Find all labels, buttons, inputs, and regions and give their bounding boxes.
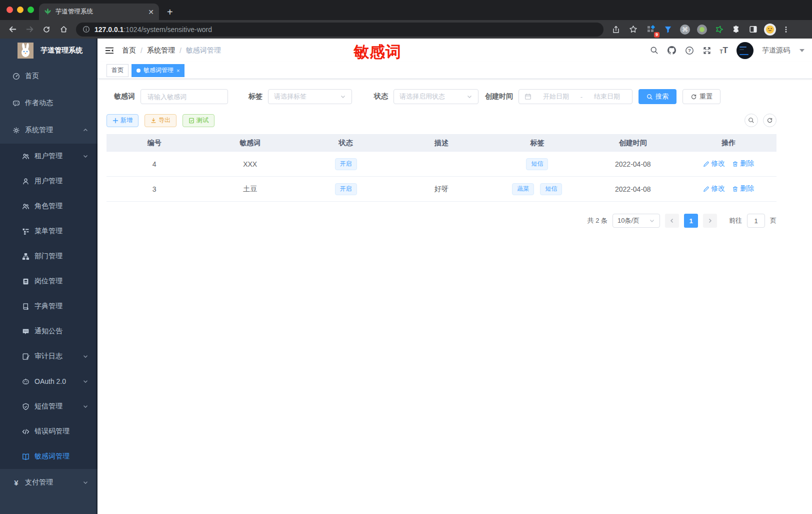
- sidebar-fold-icon[interactable]: [105, 46, 114, 55]
- sidebar-item-label: 首页: [25, 72, 39, 81]
- edit-link[interactable]: 修改: [703, 159, 725, 168]
- status-select[interactable]: 请选择启用状态: [394, 89, 478, 104]
- breadcrumb-home[interactable]: 首页: [122, 46, 136, 55]
- date-start-placeholder: 开始日期: [536, 92, 576, 101]
- maximize-window-button[interactable]: [28, 7, 34, 13]
- table-row: 3 土豆 开启 好呀 蔬菜短信 2022-04-08 修改 删除: [106, 177, 776, 202]
- keyword-input[interactable]: [146, 93, 222, 101]
- forward-icon[interactable]: [22, 23, 37, 37]
- prev-page-button[interactable]: [665, 214, 679, 228]
- browser-tab[interactable]: 芋道管理系统 ✕: [39, 4, 159, 20]
- tag-close-icon[interactable]: ×: [176, 68, 180, 74]
- new-tab-button[interactable]: +: [167, 7, 173, 17]
- browser-profile-avatar[interactable]: [764, 23, 776, 36]
- close-window-button[interactable]: [6, 7, 13, 13]
- edit-link[interactable]: 修改: [703, 184, 725, 193]
- sidebar-item-menu[interactable]: 菜单管理: [0, 219, 98, 244]
- back-icon[interactable]: [5, 23, 20, 37]
- edit-pen-icon: [703, 186, 710, 192]
- share-icon[interactable]: [608, 23, 624, 37]
- sidebar-item-pay[interactable]: ¥ 支付管理: [0, 469, 98, 496]
- browser-menu-dots-icon[interactable]: [778, 23, 794, 37]
- chevron-down-icon: [82, 378, 88, 384]
- search-button[interactable]: 搜索: [638, 89, 676, 104]
- extension-grid-icon[interactable]: 9: [644, 23, 658, 36]
- extension-command-icon[interactable]: ⌘: [678, 23, 692, 36]
- url-text[interactable]: 127.0.0.1:1024/system/sensitive-word: [94, 26, 212, 34]
- tag-select-placeholder: 请选择标签: [274, 92, 306, 101]
- bookmark-star-icon[interactable]: [626, 23, 640, 37]
- url-path: :1024/system/sensitive-word: [124, 26, 212, 34]
- app-logo-row[interactable]: 芋道管理系统: [0, 39, 98, 63]
- reset-button[interactable]: 重置: [682, 89, 720, 104]
- tag-home[interactable]: 首页: [106, 64, 128, 77]
- extension-funnel-icon[interactable]: [662, 23, 674, 36]
- page-size-value: 10条/页: [618, 216, 640, 225]
- tag-select[interactable]: 请选择标签: [268, 89, 352, 104]
- username[interactable]: 芋道源码: [762, 46, 790, 55]
- test-button[interactable]: 测试: [182, 114, 214, 127]
- cell-tags: 蔬菜短信: [490, 177, 585, 202]
- side-panel-icon[interactable]: [746, 23, 760, 36]
- search-icon[interactable]: [650, 46, 658, 55]
- sidebar-item-notice[interactable]: 通知公告: [0, 319, 98, 344]
- caret-down-icon[interactable]: [800, 49, 804, 52]
- page-size-select[interactable]: 10条/页: [612, 214, 660, 228]
- add-button-label: 新增: [120, 116, 132, 125]
- sidebar-item-sms[interactable]: 短信管理: [0, 394, 98, 419]
- sidebar-item-user[interactable]: 用户管理: [0, 169, 98, 194]
- svg-text:?: ?: [688, 48, 691, 53]
- address-bar[interactable]: 127.0.0.1:1024/system/sensitive-word: [76, 23, 604, 37]
- font-size-icon[interactable]: TT: [720, 46, 728, 55]
- cell-status: 开启: [298, 177, 394, 202]
- sidebar-item-tenant[interactable]: 租户管理: [0, 144, 98, 169]
- breadcrumb-current: 敏感词管理: [186, 46, 221, 55]
- user-avatar[interactable]: [736, 42, 754, 59]
- breadcrumb-section[interactable]: 系统管理: [147, 46, 175, 55]
- sidebar-item-author-news[interactable]: 作者动态: [0, 90, 98, 117]
- sidebar-item-role[interactable]: 角色管理: [0, 194, 98, 219]
- sidebar-item-home[interactable]: 首页: [0, 63, 98, 90]
- dashboard-icon: [12, 73, 20, 80]
- breadcrumb: 首页 / 系统管理 / 敏感词管理: [122, 46, 221, 55]
- sidebar-item-sensitive-word[interactable]: 敏感词管理: [0, 444, 98, 469]
- extension-record-icon[interactable]: [696, 23, 708, 36]
- sidebar-item-dict[interactable]: 字典管理: [0, 294, 98, 319]
- minimize-window-button[interactable]: [17, 7, 24, 13]
- toggle-search-button[interactable]: [744, 114, 758, 127]
- chevron-down-icon: [82, 479, 88, 485]
- date-range-picker[interactable]: 开始日期 - 结束日期: [518, 89, 632, 104]
- export-button-label: 导出: [158, 116, 170, 125]
- extension-star-icon[interactable]: [712, 23, 726, 36]
- sidebar-item-error-code[interactable]: 错误码管理: [0, 419, 98, 444]
- next-page-button[interactable]: [703, 214, 717, 228]
- delete-link[interactable]: 删除: [732, 159, 754, 168]
- sidebar-item-system[interactable]: 系统管理: [0, 117, 98, 144]
- sidebar-item-audit-log[interactable]: 审计日志: [0, 344, 98, 369]
- page-unit-label: 页: [770, 216, 776, 225]
- sidebar-item-oauth[interactable]: OAuth 2.0: [0, 369, 98, 394]
- sidebar-item-post[interactable]: 岗位管理: [0, 269, 98, 294]
- fullscreen-icon[interactable]: [702, 46, 712, 55]
- github-icon[interactable]: [667, 46, 676, 55]
- home-icon[interactable]: [56, 23, 71, 37]
- site-info-icon[interactable]: [82, 26, 90, 33]
- yen-icon: ¥: [12, 478, 20, 487]
- refresh-table-button[interactable]: [763, 114, 776, 127]
- status-filter-label: 状态: [374, 92, 388, 101]
- goto-page-input[interactable]: [747, 214, 765, 228]
- tab-close-icon[interactable]: ✕: [148, 8, 154, 16]
- sidebar-item-dept[interactable]: 部门管理: [0, 244, 98, 269]
- tag-sensitive-word[interactable]: 敏感词管理 ×: [132, 64, 184, 77]
- reload-icon[interactable]: [39, 23, 54, 37]
- page-number-current[interactable]: 1: [684, 214, 698, 228]
- active-dot: [136, 69, 140, 73]
- delete-link[interactable]: 删除: [732, 184, 754, 193]
- extensions-puzzle-icon[interactable]: [730, 23, 742, 36]
- window-controls[interactable]: [6, 7, 34, 13]
- url-host: 127.0.0.1: [94, 26, 124, 34]
- help-icon[interactable]: ?: [685, 46, 694, 55]
- export-button[interactable]: 导出: [144, 114, 176, 127]
- add-button[interactable]: 新增: [106, 114, 138, 127]
- col-created: 创建时间: [585, 135, 680, 152]
